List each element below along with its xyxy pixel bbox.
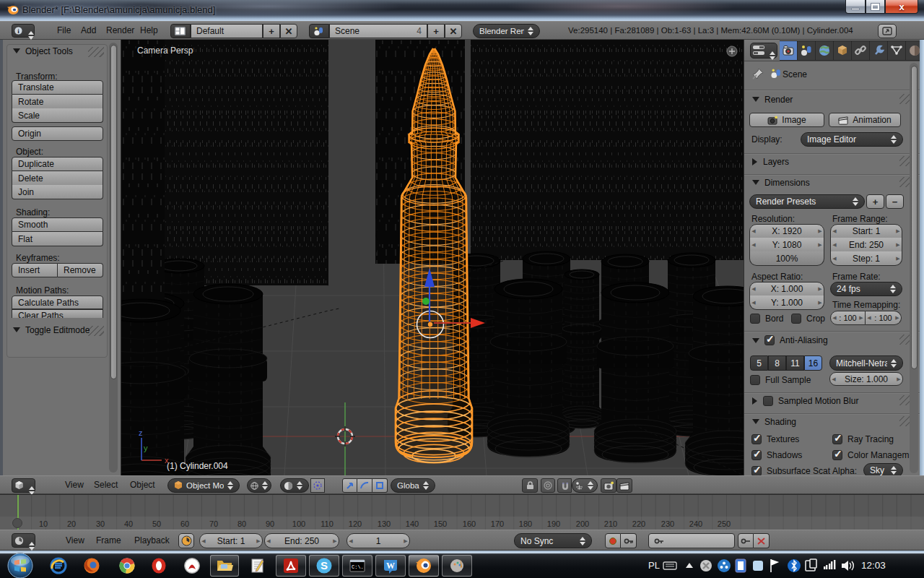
svg-text:210: 210 xyxy=(604,519,617,528)
svg-text:90: 90 xyxy=(266,519,274,528)
svg-text:130: 130 xyxy=(378,519,391,528)
svg-text:y: y xyxy=(144,444,148,452)
svg-text:140: 140 xyxy=(406,519,419,528)
svg-text:250: 250 xyxy=(718,519,731,528)
svg-text:110: 110 xyxy=(321,519,334,528)
svg-text:180: 180 xyxy=(519,519,532,528)
svg-text:80: 80 xyxy=(237,519,246,528)
svg-text:20: 20 xyxy=(67,519,76,528)
svg-text:30: 30 xyxy=(96,519,105,528)
svg-text:40: 40 xyxy=(124,519,133,528)
svg-text:i: i xyxy=(17,27,19,35)
svg-text:(1) Cylinder.004: (1) Cylinder.004 xyxy=(167,461,228,471)
svg-text:10: 10 xyxy=(39,519,48,528)
svg-text:150: 150 xyxy=(434,519,447,528)
svg-text:Camera Persp: Camera Persp xyxy=(137,46,193,56)
svg-text:50: 50 xyxy=(152,519,161,528)
svg-text:230: 230 xyxy=(661,519,674,528)
svg-text:z: z xyxy=(139,428,143,437)
svg-text:70: 70 xyxy=(209,519,218,528)
svg-text:240: 240 xyxy=(689,519,702,528)
svg-text:170: 170 xyxy=(491,519,504,528)
svg-text:60: 60 xyxy=(180,519,189,528)
svg-text:200: 200 xyxy=(576,519,589,528)
svg-text:120: 120 xyxy=(349,519,362,528)
svg-text:190: 190 xyxy=(547,519,560,528)
svg-text:160: 160 xyxy=(463,519,476,528)
svg-text:100: 100 xyxy=(292,519,305,528)
svg-text:220: 220 xyxy=(632,519,645,528)
